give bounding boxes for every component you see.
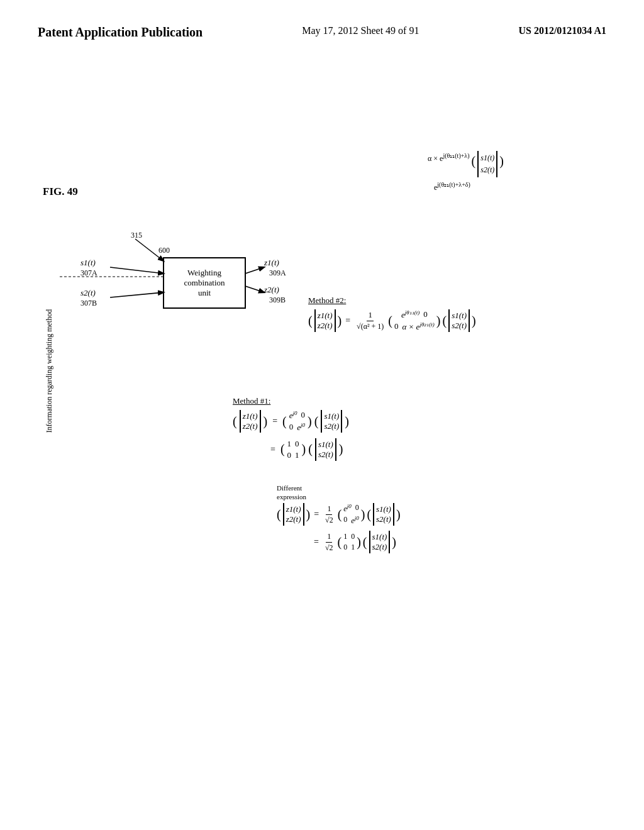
svg-text:combination: combination	[184, 278, 225, 287]
svg-text:Weighting: Weighting	[187, 268, 221, 277]
s-vector-diff: s1(t) s2(t)	[373, 503, 394, 526]
svg-text:z2(t): z2(t)	[264, 285, 279, 294]
patent-number: US 2012/0121034 A1	[518, 25, 606, 36]
z-vector-m1: z1(t) z2(t)	[240, 410, 261, 433]
fraction-m2: 1 √(α² + 1)	[355, 310, 385, 331]
main-content: FIG. 49 Weighting combination unit 315 6…	[38, 82, 606, 805]
patent-publication-label: Patent Application Publication	[38, 25, 203, 40]
svg-text:315: 315	[131, 231, 142, 240]
s-vector-m2: s1(t) s2(t)	[448, 309, 470, 332]
s-vector-m1b: s1(t) s2(t)	[315, 438, 336, 461]
svg-text:s1(t): s1(t)	[80, 258, 96, 267]
sheet-info: May 17, 2012 Sheet 49 of 91	[302, 25, 419, 36]
svg-text:307B: 307B	[80, 299, 97, 307]
svg-line-9	[110, 267, 164, 274]
svg-text:600: 600	[158, 246, 170, 255]
diff-expr-block: Different expression ( z1(t) z2(t) ) = 1…	[277, 484, 401, 553]
svg-line-18	[245, 286, 264, 292]
method2-block: Method #2: ( z1(t) z2(t) ) = 1 √(α² + 1)…	[308, 296, 476, 333]
z-vector-m2: z1(t) z2(t)	[314, 309, 336, 332]
svg-text:unit: unit	[198, 288, 211, 297]
svg-line-12	[110, 292, 164, 297]
s-vector-top: s1(t) s2(t)	[477, 151, 497, 177]
svg-text:s2(t): s2(t)	[80, 288, 96, 297]
method1-label: Method #1:	[233, 396, 270, 406]
svg-line-15	[245, 267, 264, 274]
svg-text:Information regarding weightin: Information regarding weighting method	[45, 309, 53, 433]
z-vector-diff: z1(t) z2(t)	[283, 503, 304, 526]
header: Patent Application Publication May 17, 2…	[0, 0, 644, 40]
s-vector-m1: s1(t) s2(t)	[321, 410, 342, 433]
svg-text:z1(t): z1(t)	[264, 258, 279, 267]
fraction-diff2: 1 √2	[324, 532, 335, 553]
top-formula: α × ej(θ₁₁(t)+λ) ( s1(t) s2(t) ) ej(θ₂₁(…	[428, 151, 504, 194]
diff-expr-label: Different	[277, 484, 401, 492]
s-vector-diff2: s1(t) s2(t)	[369, 531, 391, 553]
svg-text:309B: 309B	[269, 296, 286, 304]
method2-label: Method #2:	[308, 296, 346, 305]
fraction-diff: 1 √2	[324, 504, 335, 525]
svg-text:307A: 307A	[80, 268, 97, 277]
svg-text:309A: 309A	[269, 268, 286, 277]
method1-block: Method #1: ( z1(t) z2(t) ) = ( ej0 0 0	[233, 396, 349, 461]
page-container: Patent Application Publication May 17, 2…	[0, 0, 644, 830]
